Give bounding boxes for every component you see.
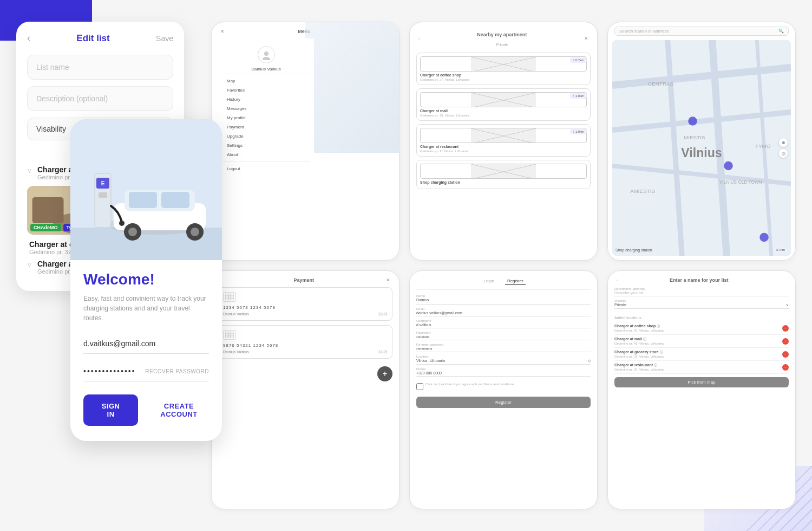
wf-remove-btn-0[interactable]: −: [782, 325, 789, 332]
welcome-hero-image: E: [70, 119, 222, 260]
wf-input-location-value[interactable]: Vilnius, Lithuania ◇: [416, 359, 591, 365]
wf-search-icon[interactable]: 🔍: [778, 29, 784, 34]
wf-remove-btn-3[interactable]: −: [782, 364, 789, 371]
wf-remove-btn-1[interactable]: −: [782, 338, 789, 345]
wf-menu-item-messages[interactable]: Messages: [222, 104, 310, 113]
wf-terms-text: Click on check box if you agree with our…: [425, 383, 514, 386]
wf-editlist-back-icon[interactable]: ‹: [617, 278, 618, 283]
wf-list-item-3: Charger at restaurant ⓘ Gedimino pr. 37,…: [614, 361, 789, 374]
wf-payment-card-1: 9876 54321 1234 5678 Dainius Vaitkus 12/…: [218, 325, 392, 359]
wf-menu-item-logout[interactable]: Logout: [222, 164, 310, 173]
svg-rect-63: [225, 332, 234, 338]
wf-input-username: Username d.vaitkus: [416, 319, 591, 328]
wf-station-info: Shop charging station 3.7km: [612, 244, 791, 256]
wf-register-button[interactable]: Register: [416, 397, 591, 408]
wf-input-name-value[interactable]: Dainius: [416, 298, 591, 305]
wf-input-name: Name Dainius: [416, 294, 591, 305]
description-input[interactable]: [27, 86, 173, 111]
wf-charger-name-1: Charger at mall: [420, 109, 587, 113]
right-section: ✕ Menu Dainius Vaitkus Map Favorites His…: [200, 22, 796, 509]
email-input[interactable]: [83, 334, 209, 354]
wf-menu-item-upgrade[interactable]: Upgrade: [222, 132, 310, 141]
svg-point-57: [759, 233, 769, 242]
back-button[interactable]: ‹: [27, 33, 30, 44]
wf-station-distance: 3.7km: [774, 247, 788, 252]
wf-charger-addr-2: Gedimino pr. 11 Vilnius, Lithuania: [420, 150, 587, 153]
wf-image-ph-1: [420, 92, 587, 107]
wf-menu-item-history[interactable]: History: [222, 95, 310, 104]
wf-payment-header: ‹ Payment ✕: [218, 277, 392, 283]
wf-input-username-value[interactable]: d.vaitkus: [416, 323, 591, 328]
wf-terms-checkbox[interactable]: [416, 383, 423, 390]
wf-card-details-1: Dainius Vaitkus 12/21: [223, 350, 388, 354]
wf-compass-icon[interactable]: ⊕: [779, 138, 788, 147]
wf-list-item-addr-2: Gedimino pr. 37, Vilnius, Lithuania: [614, 355, 664, 358]
wf-editlist-desc-label: Description (optional): [614, 287, 789, 290]
save-button[interactable]: Save: [156, 34, 173, 43]
wf-list-item-addr-0: Gedimino pr. 37, Vilnius, Lithuania: [614, 329, 664, 332]
wf-tab-register[interactable]: Register: [505, 277, 526, 285]
wf-input-password: Password ••••••••••: [416, 331, 591, 340]
signin-button[interactable]: SIGN IN: [83, 394, 138, 426]
password-field: ••••••••••••••: [83, 367, 136, 375]
wf-input-password-value[interactable]: ••••••••••: [416, 335, 591, 340]
wf-tab-login[interactable]: Login: [481, 277, 496, 285]
wf-remove-btn-2[interactable]: −: [782, 351, 789, 358]
wireframe-edit-list: ‹ Enter a name for your list Description…: [607, 270, 796, 509]
wf-menu-item-favorites[interactable]: Favorites: [222, 86, 310, 95]
svg-point-27: [119, 221, 125, 226]
welcome-card: E Welcome! Easy, fast and convinient way…: [70, 119, 222, 441]
wf-editlist-desc-value[interactable]: Describe your list: [614, 291, 789, 296]
wf-nearby-back-icon[interactable]: ‹: [418, 36, 420, 41]
wf-editlist-header: ‹ Enter a name for your list: [614, 277, 789, 283]
wf-card-details-0: Dainius Vaitkus 12/21: [223, 312, 388, 316]
wf-card-expiry-1: 12/21: [378, 350, 388, 354]
wf-payment-close-icon[interactable]: ✕: [386, 277, 390, 283]
wf-charger-addr-1: Gedimino pr. 13, Vilnius, Lithuania: [420, 114, 587, 117]
wf-menu-item-payment[interactable]: Payment: [222, 122, 310, 132]
wf-card-chip-0: [223, 292, 236, 302]
wf-location-icon[interactable]: ◎: [779, 149, 788, 158]
wf-list-item-addr-3: Gedimino pr. 37, Vilnius, Lithuania: [614, 368, 664, 371]
wf-menu-item-profile[interactable]: My profile: [222, 113, 310, 122]
wf-nearby-close-icon[interactable]: ✕: [584, 36, 588, 41]
wf-terms-row: Click on check box if you agree with our…: [416, 383, 591, 390]
wf-menu-item-about[interactable]: About: [222, 150, 310, 159]
wf-pick-map-button[interactable]: Pick from map: [614, 377, 789, 387]
welcome-title: Welcome!: [83, 271, 209, 288]
wf-editlist-visibility-value[interactable]: Private ∨: [614, 303, 789, 309]
wf-nearby-subtitle: Private: [496, 43, 508, 47]
list-name-input[interactable]: [27, 55, 173, 80]
svg-text:VILNIUS OLD TOWN: VILNIUS OLD TOWN: [719, 180, 762, 185]
create-account-button[interactable]: CREATE ACCOUNT: [149, 402, 209, 418]
wf-charger-block-0: Charger at coffee shop Gedimino pr. 37, …: [416, 53, 591, 85]
left-section: ‹ Edit list Save Visability Locations ∨ …: [16, 22, 189, 509]
main-container: ‹ Edit list Save Visability Locations ∨ …: [0, 0, 812, 531]
wireframe-nearby: ‹ Nearby my apartment Private ✕ Charger …: [409, 22, 598, 261]
wf-map-header: Search station or address 🔍: [612, 27, 791, 36]
wf-input-email-value[interactable]: dainius.vaitkus@gmail.com: [416, 311, 591, 316]
wf-input-phone-value[interactable]: +370 000 0000: [416, 371, 591, 377]
wf-menu-close-icon[interactable]: ✕: [220, 29, 225, 34]
wf-input-email: Email dainius.vaitkus@gmail.com: [416, 307, 591, 316]
wf-menu-item-map[interactable]: Map: [222, 76, 310, 86]
wf-menu-item-settings[interactable]: Settings: [222, 141, 310, 150]
recover-password-link[interactable]: RECOVER PASSWORD: [145, 368, 209, 374]
wireframe-map: Search station or address 🔍 Vilnius: [607, 22, 796, 261]
wf-list-item-name-3: Charger at restaurant ⓘ: [614, 363, 664, 368]
wf-nearby-title: Nearby my apartment: [477, 32, 527, 37]
wf-add-card-button[interactable]: +: [377, 366, 392, 381]
svg-point-22: [191, 228, 199, 236]
svg-point-55: [688, 116, 697, 126]
wf-menu-avatar: [258, 46, 275, 63]
wireframe-menu: ✕ Menu Dainius Vaitkus Map Favorites His…: [211, 22, 400, 261]
wf-input-repassword-value[interactable]: ••••••••••••: [416, 347, 591, 352]
wf-charger-info-2: Charger at restaurant Gedimino pr. 11 Vi…: [420, 145, 587, 153]
wf-input-repassword-label: Re enter password: [416, 343, 591, 346]
wf-editlist-desc: Description (optional) Describe your lis…: [614, 287, 789, 296]
wf-menu-username: Dainius Vaitkus: [222, 67, 310, 72]
wf-editlist-title: Enter a name for your list: [670, 277, 729, 283]
wireframe-register: Login Register Name Dainius Email dainiu…: [409, 270, 598, 509]
wf-payment-card-0: 1234 5678 1234 5678 Dainius Vaitkus 12/2…: [218, 287, 392, 321]
wf-input-location-label: Location: [416, 355, 591, 358]
